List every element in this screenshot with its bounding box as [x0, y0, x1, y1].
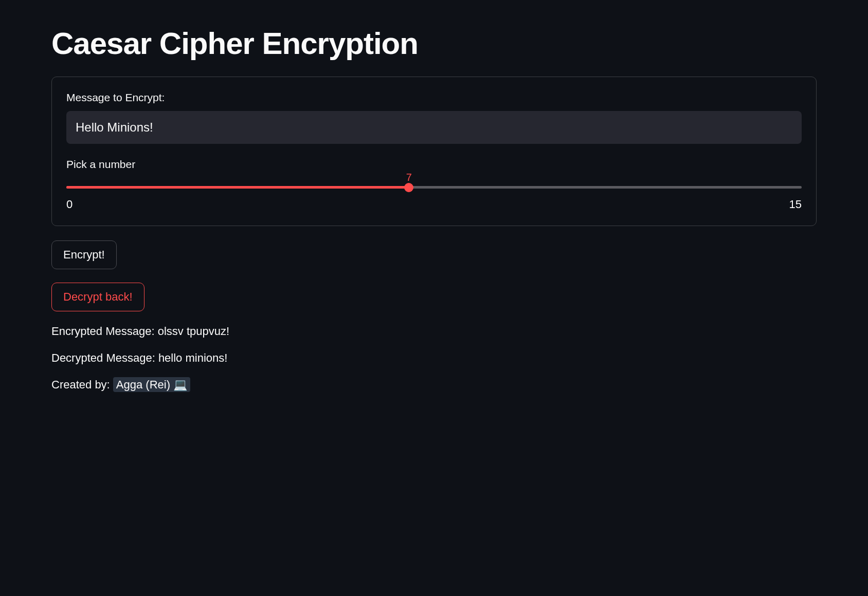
- credit-prefix: Created by:: [51, 378, 113, 391]
- slider-fill: [66, 186, 409, 189]
- slider-thumb[interactable]: [404, 183, 413, 192]
- decrypted-value: hello minions!: [158, 351, 228, 364]
- slider-value: 7: [406, 172, 412, 183]
- decrypted-result: Decrypted Message: hello minions!: [51, 351, 817, 365]
- message-input[interactable]: [66, 111, 802, 144]
- slider-range: 0 15: [66, 198, 802, 211]
- message-label: Message to Encrypt:: [66, 91, 802, 104]
- decrypted-label: Decrypted Message:: [51, 351, 158, 364]
- decrypt-button[interactable]: Decrypt back!: [51, 283, 144, 311]
- form-card: Message to Encrypt: Pick a number 7 0 15: [51, 77, 817, 226]
- slider-max: 15: [789, 198, 802, 211]
- slider-container: 7 0 15: [66, 186, 802, 211]
- credit-link[interactable]: Agga (Rei) 💻: [113, 377, 190, 392]
- slider-label: Pick a number: [66, 158, 802, 171]
- page-title: Caesar Cipher Encryption: [51, 26, 817, 61]
- slider-min: 0: [66, 198, 73, 211]
- encrypted-label: Encrypted Message:: [51, 325, 158, 338]
- encrypt-button[interactable]: Encrypt!: [51, 240, 117, 269]
- encrypted-value: olssv tpupvuz!: [158, 325, 229, 338]
- encrypted-result: Encrypted Message: olssv tpupvuz!: [51, 325, 817, 338]
- credit-line: Created by: Agga (Rei) 💻: [51, 378, 817, 392]
- slider-track[interactable]: [66, 186, 802, 189]
